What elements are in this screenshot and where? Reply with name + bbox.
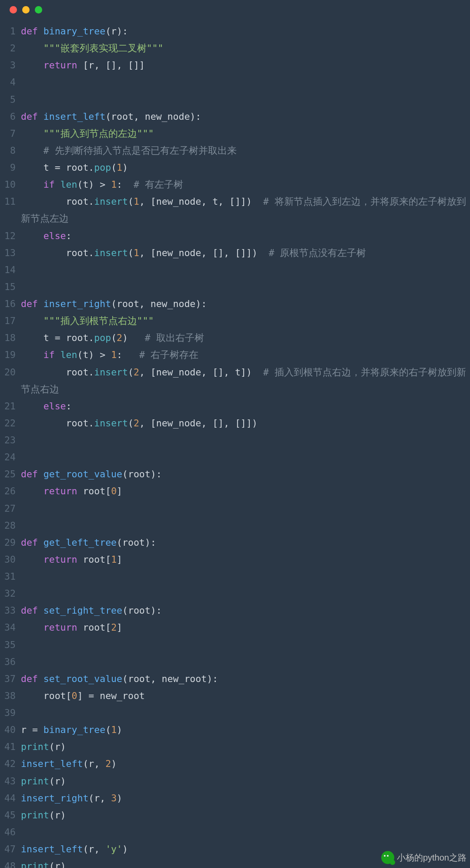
code-line[interactable]: 20 root.insert(2, [new_node, [], t]) # 插…	[0, 364, 470, 398]
code-line[interactable]: 38 root[0] = new_root	[0, 687, 470, 704]
code-content[interactable]: def insert_right(root, new_node):	[19, 295, 470, 312]
code-line[interactable]: 16def insert_right(root, new_node):	[0, 295, 470, 312]
code-content[interactable]: """嵌套列表实现二叉树"""	[19, 40, 470, 57]
line-number: 6	[0, 108, 19, 125]
code-line[interactable]: 1def binary_tree(r):	[0, 23, 470, 40]
code-content[interactable]: def get_left_tree(root):	[19, 534, 470, 551]
code-line[interactable]: 21 else:	[0, 398, 470, 415]
code-line[interactable]: 4	[0, 74, 470, 91]
code-line[interactable]: 34 return root[2]	[0, 619, 470, 636]
code-content[interactable]: return root[0]	[19, 483, 470, 500]
code-content[interactable]: else:	[19, 227, 470, 244]
code-content[interactable]: return [r, [], []]	[19, 57, 470, 74]
line-number: 47	[0, 841, 19, 858]
code-line[interactable]: 32	[0, 585, 470, 602]
line-number: 17	[0, 312, 19, 329]
code-line[interactable]: 10 if len(t) > 1: # 有左子树	[0, 176, 470, 193]
code-line[interactable]: 40r = binary_tree(1)	[0, 721, 470, 738]
line-number: 18	[0, 329, 19, 346]
code-content[interactable]: def insert_left(root, new_node):	[19, 108, 470, 125]
code-line[interactable]: 23	[0, 432, 470, 449]
window-titlebar	[0, 0, 470, 19]
code-line[interactable]: 33def set_right_tree(root):	[0, 602, 470, 619]
code-content[interactable]: root[0] = new_root	[19, 687, 470, 704]
code-line[interactable]: 14	[0, 261, 470, 278]
line-number: 5	[0, 91, 19, 108]
code-content[interactable]: else:	[19, 398, 470, 415]
code-line[interactable]: 9 t = root.pop(1)	[0, 159, 470, 176]
code-content[interactable]: return root[2]	[19, 619, 470, 636]
code-content[interactable]: def get_root_value(root):	[19, 466, 470, 483]
code-line[interactable]: 36	[0, 653, 470, 670]
code-line[interactable]: 28	[0, 517, 470, 534]
code-line[interactable]: 18 t = root.pop(2) # 取出右子树	[0, 329, 470, 346]
code-content[interactable]: if len(t) > 1: # 右子树存在	[19, 346, 470, 363]
code-line[interactable]: 24	[0, 449, 470, 466]
code-editor[interactable]: 1def binary_tree(r):2 """嵌套列表实现二叉树"""3 r…	[0, 19, 470, 868]
line-number: 1	[0, 23, 19, 40]
code-line[interactable]: 30 return root[1]	[0, 551, 470, 568]
code-line[interactable]: 46	[0, 824, 470, 841]
code-content[interactable]: root.insert(2, [new_node, [], t]) # 插入到根…	[19, 364, 470, 398]
code-line[interactable]: 44insert_right(r, 3)	[0, 790, 470, 807]
code-line[interactable]: 29def get_left_tree(root):	[0, 534, 470, 551]
code-line[interactable]: 17 """插入到根节点右边"""	[0, 312, 470, 329]
code-line[interactable]: 31	[0, 568, 470, 585]
code-content[interactable]: def set_root_value(root, new_root):	[19, 670, 470, 687]
code-line[interactable]: 39	[0, 704, 470, 721]
code-content[interactable]: root.insert(1, [new_node, t, []]) # 将新节点…	[19, 193, 470, 227]
code-line[interactable]: 45print(r)	[0, 807, 470, 824]
code-line[interactable]: 2 """嵌套列表实现二叉树"""	[0, 40, 470, 57]
line-number: 34	[0, 619, 19, 636]
code-content[interactable]: """插入到节点的左边"""	[19, 125, 470, 142]
code-line[interactable]: 11 root.insert(1, [new_node, t, []]) # 将…	[0, 193, 470, 227]
code-content[interactable]: root.insert(1, [new_node, [], []]) # 原根节…	[19, 244, 470, 261]
code-content[interactable]: def binary_tree(r):	[19, 23, 470, 40]
code-content[interactable]: # 先判断待插入节点是否已有左子树并取出来	[19, 142, 470, 159]
line-number: 44	[0, 790, 19, 807]
code-line[interactable]: 35	[0, 636, 470, 653]
code-content[interactable]: insert_right(r, 3)	[19, 790, 470, 807]
code-line[interactable]: 26 return root[0]	[0, 483, 470, 500]
code-content[interactable]: print(r)	[19, 807, 470, 824]
code-line[interactable]: 19 if len(t) > 1: # 右子树存在	[0, 346, 470, 363]
code-content[interactable]: r = binary_tree(1)	[19, 721, 470, 738]
code-line[interactable]: 12 else:	[0, 227, 470, 244]
code-line[interactable]: 7 """插入到节点的左边"""	[0, 125, 470, 142]
line-number: 7	[0, 125, 19, 142]
code-line[interactable]: 42insert_left(r, 2)	[0, 755, 470, 772]
line-number: 41	[0, 738, 19, 755]
line-number: 42	[0, 755, 19, 772]
code-line[interactable]: 3 return [r, [], []]	[0, 57, 470, 74]
line-number: 3	[0, 57, 19, 74]
code-content[interactable]: return root[1]	[19, 551, 470, 568]
code-line[interactable]: 5	[0, 91, 470, 108]
code-content[interactable]: root.insert(2, [new_node, [], []])	[19, 415, 470, 432]
code-line[interactable]: 41print(r)	[0, 738, 470, 755]
code-content[interactable]: """插入到根节点右边"""	[19, 312, 470, 329]
code-line[interactable]: 15	[0, 278, 470, 295]
line-number: 35	[0, 636, 19, 653]
code-line[interactable]: 8 # 先判断待插入节点是否已有左子树并取出来	[0, 142, 470, 159]
code-content[interactable]: if len(t) > 1: # 有左子树	[19, 176, 470, 193]
code-content[interactable]: print(r)	[19, 738, 470, 755]
line-number: 4	[0, 74, 19, 91]
line-number: 26	[0, 483, 19, 500]
minimize-icon[interactable]	[22, 6, 30, 14]
line-number: 39	[0, 704, 19, 721]
code-content[interactable]: def set_right_tree(root):	[19, 602, 470, 619]
code-line[interactable]: 13 root.insert(1, [new_node, [], []]) # …	[0, 244, 470, 261]
code-line[interactable]: 43print(r)	[0, 773, 470, 790]
close-icon[interactable]	[10, 6, 17, 14]
code-line[interactable]: 25def get_root_value(root):	[0, 466, 470, 483]
zoom-icon[interactable]	[35, 6, 42, 14]
code-content[interactable]: print(r)	[19, 773, 470, 790]
line-number: 40	[0, 721, 19, 738]
code-line[interactable]: 37def set_root_value(root, new_root):	[0, 670, 470, 687]
code-content[interactable]: insert_left(r, 2)	[19, 755, 470, 772]
code-line[interactable]: 22 root.insert(2, [new_node, [], []])	[0, 415, 470, 432]
code-content[interactable]: t = root.pop(2) # 取出右子树	[19, 329, 470, 346]
code-line[interactable]: 6def insert_left(root, new_node):	[0, 108, 470, 125]
code-content[interactable]: t = root.pop(1)	[19, 159, 470, 176]
code-line[interactable]: 27	[0, 500, 470, 517]
